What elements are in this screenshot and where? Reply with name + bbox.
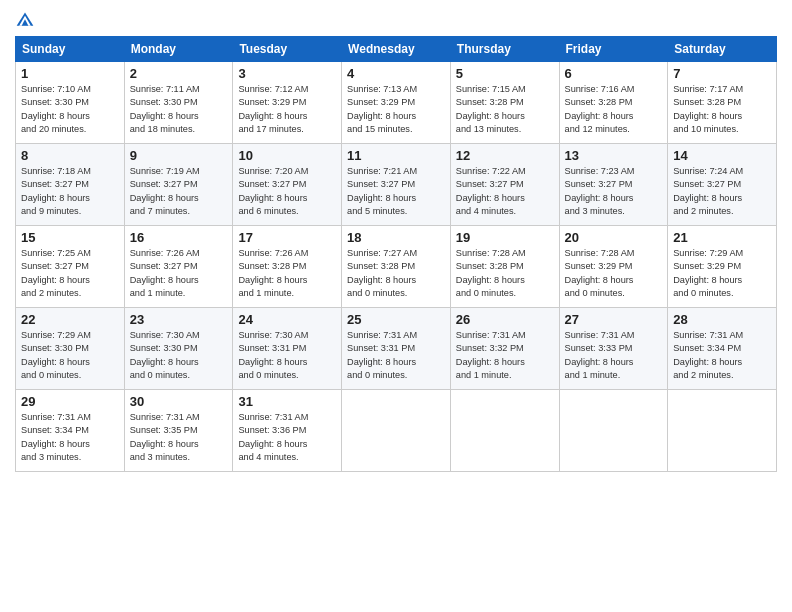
calendar-cell: 3Sunrise: 7:12 AMSunset: 3:29 PMDaylight… (233, 62, 342, 144)
calendar-cell: 1Sunrise: 7:10 AMSunset: 3:30 PMDaylight… (16, 62, 125, 144)
day-number: 11 (347, 148, 445, 163)
weekday-header-wednesday: Wednesday (342, 37, 451, 62)
day-number: 9 (130, 148, 228, 163)
weekday-header-tuesday: Tuesday (233, 37, 342, 62)
day-info: Sunrise: 7:16 AMSunset: 3:28 PMDaylight:… (565, 83, 663, 136)
day-number: 29 (21, 394, 119, 409)
day-number: 7 (673, 66, 771, 81)
day-info: Sunrise: 7:30 AMSunset: 3:31 PMDaylight:… (238, 329, 336, 382)
day-info: Sunrise: 7:17 AMSunset: 3:28 PMDaylight:… (673, 83, 771, 136)
calendar-cell: 29Sunrise: 7:31 AMSunset: 3:34 PMDayligh… (16, 390, 125, 472)
logo-icon (15, 10, 35, 30)
header (15, 10, 777, 30)
day-number: 27 (565, 312, 663, 327)
day-number: 19 (456, 230, 554, 245)
day-info: Sunrise: 7:31 AMSunset: 3:32 PMDaylight:… (456, 329, 554, 382)
day-number: 30 (130, 394, 228, 409)
calendar-cell (450, 390, 559, 472)
day-number: 16 (130, 230, 228, 245)
weekday-header-thursday: Thursday (450, 37, 559, 62)
day-number: 25 (347, 312, 445, 327)
calendar-cell: 7Sunrise: 7:17 AMSunset: 3:28 PMDaylight… (668, 62, 777, 144)
calendar-cell: 19Sunrise: 7:28 AMSunset: 3:28 PMDayligh… (450, 226, 559, 308)
calendar-cell: 16Sunrise: 7:26 AMSunset: 3:27 PMDayligh… (124, 226, 233, 308)
day-info: Sunrise: 7:27 AMSunset: 3:28 PMDaylight:… (347, 247, 445, 300)
calendar-cell: 20Sunrise: 7:28 AMSunset: 3:29 PMDayligh… (559, 226, 668, 308)
calendar-cell: 2Sunrise: 7:11 AMSunset: 3:30 PMDaylight… (124, 62, 233, 144)
calendar-cell (342, 390, 451, 472)
day-info: Sunrise: 7:11 AMSunset: 3:30 PMDaylight:… (130, 83, 228, 136)
calendar-cell: 25Sunrise: 7:31 AMSunset: 3:31 PMDayligh… (342, 308, 451, 390)
calendar-cell (668, 390, 777, 472)
day-number: 20 (565, 230, 663, 245)
day-info: Sunrise: 7:22 AMSunset: 3:27 PMDaylight:… (456, 165, 554, 218)
calendar-cell: 12Sunrise: 7:22 AMSunset: 3:27 PMDayligh… (450, 144, 559, 226)
day-number: 2 (130, 66, 228, 81)
day-info: Sunrise: 7:31 AMSunset: 3:34 PMDaylight:… (21, 411, 119, 464)
day-number: 23 (130, 312, 228, 327)
calendar-cell: 26Sunrise: 7:31 AMSunset: 3:32 PMDayligh… (450, 308, 559, 390)
day-number: 22 (21, 312, 119, 327)
calendar-cell: 17Sunrise: 7:26 AMSunset: 3:28 PMDayligh… (233, 226, 342, 308)
calendar-cell: 22Sunrise: 7:29 AMSunset: 3:30 PMDayligh… (16, 308, 125, 390)
day-info: Sunrise: 7:31 AMSunset: 3:31 PMDaylight:… (347, 329, 445, 382)
day-info: Sunrise: 7:31 AMSunset: 3:33 PMDaylight:… (565, 329, 663, 382)
calendar-cell: 6Sunrise: 7:16 AMSunset: 3:28 PMDaylight… (559, 62, 668, 144)
weekday-header-saturday: Saturday (668, 37, 777, 62)
weekday-header-monday: Monday (124, 37, 233, 62)
day-number: 14 (673, 148, 771, 163)
calendar-table: SundayMondayTuesdayWednesdayThursdayFrid… (15, 36, 777, 472)
calendar-cell: 11Sunrise: 7:21 AMSunset: 3:27 PMDayligh… (342, 144, 451, 226)
calendar-cell: 30Sunrise: 7:31 AMSunset: 3:35 PMDayligh… (124, 390, 233, 472)
day-info: Sunrise: 7:31 AMSunset: 3:35 PMDaylight:… (130, 411, 228, 464)
logo (15, 10, 39, 30)
calendar-week-4: 22Sunrise: 7:29 AMSunset: 3:30 PMDayligh… (16, 308, 777, 390)
day-number: 24 (238, 312, 336, 327)
page: SundayMondayTuesdayWednesdayThursdayFrid… (0, 0, 792, 612)
day-info: Sunrise: 7:24 AMSunset: 3:27 PMDaylight:… (673, 165, 771, 218)
calendar-cell: 31Sunrise: 7:31 AMSunset: 3:36 PMDayligh… (233, 390, 342, 472)
day-info: Sunrise: 7:29 AMSunset: 3:29 PMDaylight:… (673, 247, 771, 300)
day-info: Sunrise: 7:26 AMSunset: 3:28 PMDaylight:… (238, 247, 336, 300)
calendar-cell: 21Sunrise: 7:29 AMSunset: 3:29 PMDayligh… (668, 226, 777, 308)
day-number: 8 (21, 148, 119, 163)
day-info: Sunrise: 7:19 AMSunset: 3:27 PMDaylight:… (130, 165, 228, 218)
calendar-cell: 23Sunrise: 7:30 AMSunset: 3:30 PMDayligh… (124, 308, 233, 390)
day-number: 6 (565, 66, 663, 81)
day-number: 4 (347, 66, 445, 81)
calendar-week-1: 1Sunrise: 7:10 AMSunset: 3:30 PMDaylight… (16, 62, 777, 144)
day-info: Sunrise: 7:13 AMSunset: 3:29 PMDaylight:… (347, 83, 445, 136)
day-info: Sunrise: 7:28 AMSunset: 3:29 PMDaylight:… (565, 247, 663, 300)
calendar-cell: 24Sunrise: 7:30 AMSunset: 3:31 PMDayligh… (233, 308, 342, 390)
day-number: 21 (673, 230, 771, 245)
calendar-cell: 15Sunrise: 7:25 AMSunset: 3:27 PMDayligh… (16, 226, 125, 308)
calendar-cell: 14Sunrise: 7:24 AMSunset: 3:27 PMDayligh… (668, 144, 777, 226)
calendar-cell: 5Sunrise: 7:15 AMSunset: 3:28 PMDaylight… (450, 62, 559, 144)
day-info: Sunrise: 7:20 AMSunset: 3:27 PMDaylight:… (238, 165, 336, 218)
day-info: Sunrise: 7:10 AMSunset: 3:30 PMDaylight:… (21, 83, 119, 136)
day-number: 13 (565, 148, 663, 163)
day-info: Sunrise: 7:15 AMSunset: 3:28 PMDaylight:… (456, 83, 554, 136)
day-number: 12 (456, 148, 554, 163)
day-info: Sunrise: 7:28 AMSunset: 3:28 PMDaylight:… (456, 247, 554, 300)
calendar-cell: 27Sunrise: 7:31 AMSunset: 3:33 PMDayligh… (559, 308, 668, 390)
day-number: 1 (21, 66, 119, 81)
day-info: Sunrise: 7:12 AMSunset: 3:29 PMDaylight:… (238, 83, 336, 136)
day-number: 28 (673, 312, 771, 327)
calendar-cell: 8Sunrise: 7:18 AMSunset: 3:27 PMDaylight… (16, 144, 125, 226)
calendar-week-3: 15Sunrise: 7:25 AMSunset: 3:27 PMDayligh… (16, 226, 777, 308)
day-number: 31 (238, 394, 336, 409)
day-number: 17 (238, 230, 336, 245)
calendar-cell: 9Sunrise: 7:19 AMSunset: 3:27 PMDaylight… (124, 144, 233, 226)
calendar-week-5: 29Sunrise: 7:31 AMSunset: 3:34 PMDayligh… (16, 390, 777, 472)
day-info: Sunrise: 7:18 AMSunset: 3:27 PMDaylight:… (21, 165, 119, 218)
calendar-cell: 18Sunrise: 7:27 AMSunset: 3:28 PMDayligh… (342, 226, 451, 308)
day-number: 3 (238, 66, 336, 81)
day-info: Sunrise: 7:23 AMSunset: 3:27 PMDaylight:… (565, 165, 663, 218)
day-info: Sunrise: 7:26 AMSunset: 3:27 PMDaylight:… (130, 247, 228, 300)
day-number: 15 (21, 230, 119, 245)
day-number: 26 (456, 312, 554, 327)
weekday-header-friday: Friday (559, 37, 668, 62)
calendar-cell: 10Sunrise: 7:20 AMSunset: 3:27 PMDayligh… (233, 144, 342, 226)
day-info: Sunrise: 7:25 AMSunset: 3:27 PMDaylight:… (21, 247, 119, 300)
